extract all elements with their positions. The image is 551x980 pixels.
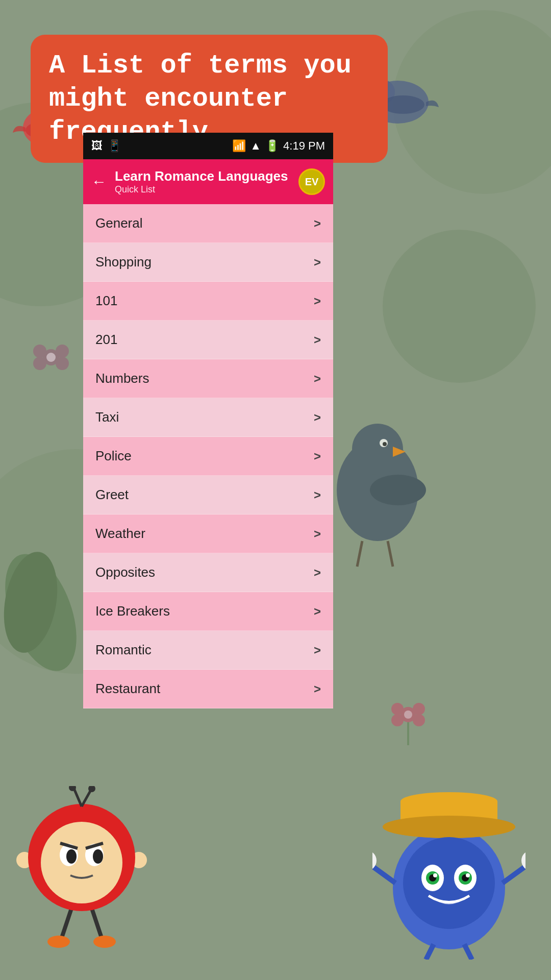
svg-line-44 [61, 909, 71, 939]
list-item-label: General [95, 215, 143, 231]
list-item-greet[interactable]: Greet> [83, 476, 333, 514]
list-item-label: Opposites [95, 565, 155, 580]
signal-icon: ▲ [250, 139, 261, 153]
app-title: Learn Romance Languages [115, 168, 298, 184]
svg-point-75 [403, 837, 495, 929]
list-item-arrow: > [314, 604, 321, 619]
status-bar-left: 🖼 📱 [91, 139, 121, 153]
svg-point-53 [41, 822, 122, 903]
list-item-restaurant[interactable]: Restaurant> [83, 670, 333, 708]
back-button[interactable]: ← [91, 173, 107, 190]
svg-point-39 [413, 714, 425, 726]
svg-point-3 [383, 230, 536, 383]
list-item-arrow: > [314, 488, 321, 502]
list-item-arrow: > [314, 682, 321, 696]
list-item-arrow: > [314, 410, 321, 425]
svg-line-85 [464, 944, 472, 960]
list-item-arrow: > [314, 333, 321, 347]
list-item-arrow: > [314, 449, 321, 463]
svg-line-62 [82, 790, 91, 806]
list-item-arrow: > [314, 372, 321, 386]
list-item-label: 201 [95, 332, 117, 348]
svg-point-14 [382, 95, 424, 114]
list-item-romantic[interactable]: Romantic> [83, 631, 333, 670]
svg-point-26 [46, 353, 56, 362]
list-item-label: 101 [95, 293, 117, 309]
list-item-101[interactable]: 101> [83, 282, 333, 321]
svg-point-57 [93, 849, 103, 864]
svg-point-24 [33, 345, 46, 358]
svg-point-40 [391, 703, 404, 715]
mascot-red [15, 786, 148, 949]
list-item-numbers[interactable]: Numbers> [83, 359, 333, 398]
list-item-label: Taxi [95, 409, 119, 425]
svg-point-22 [56, 345, 69, 358]
list-item-police[interactable]: Police> [83, 437, 333, 476]
list-item-ice-breakers[interactable]: Ice Breakers> [83, 592, 333, 631]
svg-line-70 [503, 863, 525, 883]
time-display: 4:19 PM [283, 139, 325, 153]
list-item-label: Greet [95, 487, 129, 503]
wifi-icon: 📶 [232, 139, 246, 153]
list-item-label: Shopping [95, 254, 152, 270]
status-bar: 🖼 📱 📶 ▲ 🔋 4:19 PM [83, 133, 333, 159]
list-item-label: Romantic [95, 642, 152, 658]
list-item-general[interactable]: General> [83, 204, 333, 243]
svg-point-68 [383, 816, 515, 838]
svg-point-56 [66, 849, 77, 864]
list-item-arrow: > [314, 255, 321, 270]
svg-point-25 [33, 357, 46, 370]
app-logo: EV [298, 168, 325, 195]
list-item-label: Restaurant [95, 681, 160, 697]
list-item-opposites[interactable]: Opposites> [83, 553, 333, 592]
android-icon: 📱 [108, 139, 121, 153]
list-item-201[interactable]: 201> [83, 321, 333, 359]
svg-point-23 [56, 357, 69, 370]
phone-frame: 🖼 📱 📶 ▲ 🔋 4:19 PM ← Learn Romance Langua… [83, 133, 333, 708]
list-item-arrow: > [314, 294, 321, 308]
list-item-arrow: > [314, 527, 321, 541]
svg-point-82 [433, 873, 437, 877]
svg-point-42 [404, 710, 412, 719]
svg-point-38 [413, 703, 425, 715]
svg-point-47 [93, 936, 116, 948]
list-item-label: Numbers [95, 371, 149, 386]
svg-line-45 [92, 909, 102, 939]
mascot-blue [372, 786, 525, 960]
svg-point-83 [466, 873, 470, 877]
list-item-arrow: > [314, 643, 321, 657]
list-item-weather[interactable]: Weather> [83, 514, 333, 553]
svg-line-60 [74, 789, 82, 806]
status-bar-right: 📶 ▲ 🔋 4:19 PM [232, 139, 325, 153]
svg-point-32 [370, 475, 426, 505]
app-header: ← Learn Romance Languages Quick List EV [83, 159, 333, 204]
svg-line-69 [372, 863, 395, 883]
list-item-shopping[interactable]: Shopping> [83, 243, 333, 282]
svg-point-31 [383, 442, 387, 446]
list-item-label: Ice Breakers [95, 603, 170, 619]
list-item-arrow: > [314, 566, 321, 580]
list-item-label: Police [95, 448, 132, 464]
app-subtitle: Quick List [115, 184, 298, 195]
image-icon: 🖼 [91, 139, 103, 153]
svg-line-84 [426, 944, 434, 960]
battery-icon: 🔋 [265, 139, 279, 153]
list-item-taxi[interactable]: Taxi> [83, 398, 333, 437]
svg-point-41 [391, 714, 404, 726]
quick-list: General>Shopping>101>201>Numbers>Taxi>Po… [83, 204, 333, 708]
list-item-arrow: > [314, 216, 321, 231]
svg-point-46 [47, 936, 70, 948]
header-title-block: Learn Romance Languages Quick List [107, 168, 298, 195]
list-item-label: Weather [95, 526, 145, 542]
